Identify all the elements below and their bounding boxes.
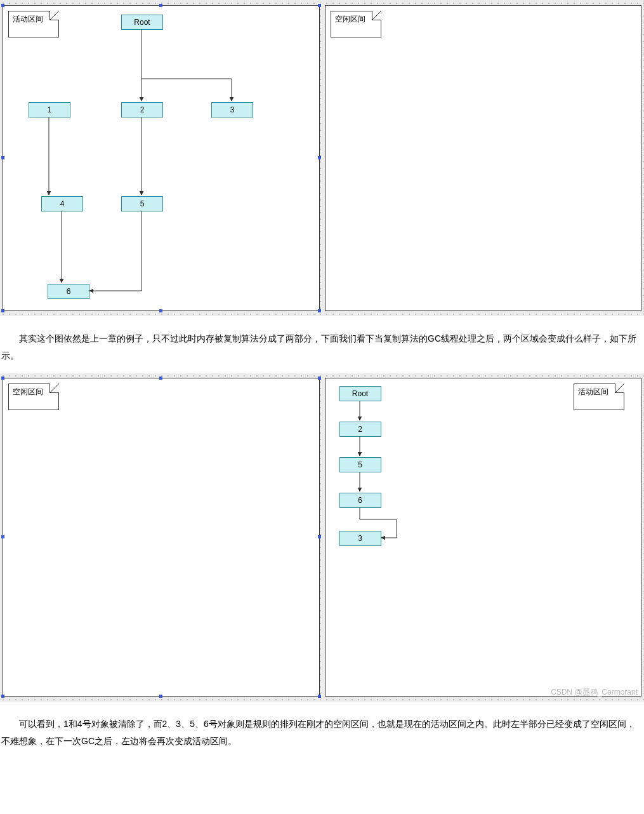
node-root: Root [121, 15, 163, 30]
paragraph-1: 其实这个图依然是上一章的例子，只不过此时内存被复制算法分成了两部分，下面我们看下… [0, 316, 644, 373]
panel-active-before: 活动区间 Root 1 2 3 4 5 6 [3, 5, 320, 311]
node-2-after: 2 [339, 422, 381, 437]
watermark: CSDN @墨鸦_Cormorant [551, 687, 638, 698]
node-4: 4 [41, 196, 83, 211]
node-2: 2 [121, 102, 163, 117]
diagram-2: 空闲区间 活动区间 Root 2 5 6 3 [0, 373, 644, 702]
panel-idle-after: 空闲区间 [3, 378, 320, 697]
node-5-after: 5 [339, 457, 381, 472]
node-3-after: 3 [339, 531, 381, 546]
panel-active-after: 活动区间 Root 2 5 6 3 [325, 378, 642, 697]
node-1: 1 [29, 102, 70, 117]
node-6-after: 6 [339, 493, 381, 508]
panel-idle-before: 空闲区间 [325, 5, 642, 311]
label-active-region-after: 活动区间 [574, 384, 624, 410]
label-idle-region: 空闲区间 [331, 11, 381, 37]
node-6: 6 [48, 284, 89, 299]
diagram-1: 活动区间 Root 1 2 3 4 5 6 [0, 0, 644, 316]
node-5: 5 [121, 196, 163, 211]
label-idle-region-after: 空闲区间 [8, 384, 59, 410]
node-root-after: Root [339, 386, 381, 401]
paragraph-2: 可以看到，1和4号对象被清除了，而2、3、5、6号对象则是规则的排列在刚才的空闲… [0, 702, 644, 758]
node-3: 3 [211, 102, 253, 117]
arrows-1 [3, 6, 319, 310]
label-active-region: 活动区间 [8, 11, 59, 37]
